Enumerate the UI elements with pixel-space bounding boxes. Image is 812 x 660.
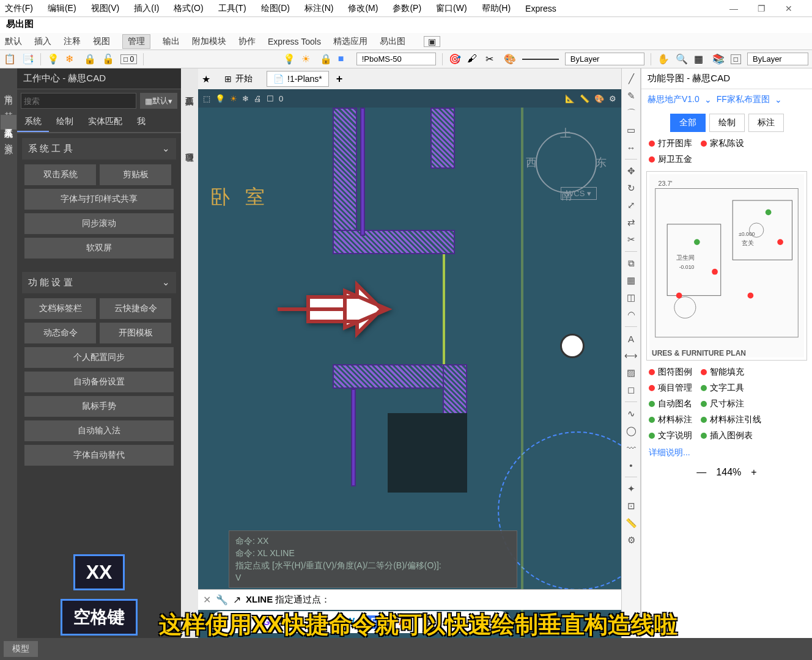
cut-icon[interactable]: ✂ [485,53,498,65]
btn-doc-tab-bar[interactable]: 文档标签栏 [24,298,96,319]
btn-soft-dual[interactable]: 软双屏 [24,238,174,258]
tool-block-icon[interactable]: ◻ [624,383,638,397]
quick-cmd-ip[interactable]: IP [424,617,433,628]
btn-open-template[interactable]: 开图模板 [100,323,171,343]
tool-group-icon[interactable]: ⊡ [624,499,638,513]
tool-mirror-icon[interactable]: ⇄ [624,216,638,229]
cursor-icon[interactable]: ⬚ [203,94,210,103]
doc-tab-start[interactable]: ⊞ 开始 [218,70,259,87]
tool-measure-icon[interactable]: 📏 [624,516,638,530]
bylayer-box[interactable]: □ [731,54,741,64]
btn-cloud-shortcut[interactable]: 云快捷命令 [100,298,171,319]
mid-tab-project[interactable]: 项目管理 [182,137,197,156]
tool-rect-icon[interactable]: ▭ [624,123,638,137]
crumb-project[interactable]: 赫思地产V1.0 [648,94,699,105]
ribbon-tab[interactable]: 注释 [64,36,81,47]
item-furniture[interactable]: 家私陈设 [701,138,744,149]
btn-dblclick-sys[interactable]: 双击系统 [24,164,96,185]
freeze-icon[interactable]: ❄ [242,94,249,103]
ribbon-tab[interactable]: 插入 [34,36,51,47]
unlock-icon[interactable]: 🔓 [102,53,114,65]
quick-cmd-ff[interactable]: FF [366,615,388,629]
minimize-icon[interactable]: — [729,4,738,13]
quick-cmd-dw[interactable]: DW [312,617,328,628]
lp-tab-system[interactable]: 系统 [17,112,49,132]
lp-tab-draw[interactable]: 绘制 [49,112,81,132]
qc-expand-icon[interactable]: ⌃ [495,617,503,628]
item-project-mgmt[interactable]: 项目管理 [649,383,692,394]
brush-icon[interactable]: 🖌 [467,53,479,65]
ribbon-expand-icon[interactable]: ▣ [424,36,440,47]
match-icon[interactable]: 🎯 [449,53,461,65]
btn-mouse-gesture[interactable]: 鼠标手势 [24,396,174,417]
btn-sync-scroll[interactable]: 同步滚动 [24,213,174,234]
crumb-view[interactable]: FF家私布置图 [717,94,770,105]
menu-dim[interactable]: 标注(N) [304,3,333,14]
btn-font-print-share[interactable]: 字体与打印样式共享 [24,189,174,210]
item-text-note[interactable]: 文字说明 [649,430,692,441]
layer-combo[interactable]: !PboMS-50 [356,53,436,65]
bulb-on-icon[interactable]: 💡 [47,53,59,65]
item-smartfill[interactable]: 智能填充 [701,367,744,378]
sun-icon[interactable]: ☀ [301,53,314,65]
tool-pencil-icon[interactable]: ✎ [624,89,638,103]
ribbon-tab[interactable]: Express Tools [268,37,321,46]
quick-cmd-ar[interactable]: AR [399,617,413,628]
section-funcsettings-header[interactable]: 功 能 设 置⌄ [22,272,176,293]
menu-param[interactable]: 参数(P) [393,3,421,14]
ribbon-tab[interactable]: 附加模块 [192,36,226,47]
tool-arc-icon[interactable]: ⌒ [624,106,638,120]
btn-auto-ime[interactable]: 自动输入法 [24,420,174,441]
menu-format[interactable]: 格式(O) [174,3,203,14]
menu-edit[interactable]: 编辑(E) [48,3,76,14]
filter-draw[interactable]: 绘制 [709,114,745,132]
search-input[interactable] [21,93,136,109]
item-dim-label[interactable]: 尺寸标注 [701,398,744,409]
menu-express[interactable]: Express [525,4,556,13]
close-icon[interactable]: ✕ [785,4,792,13]
tool-rotate-icon[interactable]: ↻ [624,182,638,195]
paint-icon[interactable]: 🎨 [504,53,516,65]
plan-preview[interactable]: 23.7' 玄关 卫生间 ±0.000 -0.010 URES & FURNIT… [646,171,807,361]
item-material-label[interactable]: 材料标注 [649,414,692,425]
more-link[interactable]: 详细说明... [641,444,812,462]
default-dropdown[interactable]: ▦ 默认 ▾ [140,93,177,109]
filter-dim[interactable]: 标注 [748,114,784,132]
item-insert-legend[interactable]: 插入图例表 [701,430,753,441]
menu-file[interactable]: 文件(F) [5,3,33,14]
grid-icon[interactable]: ▦ [694,53,706,65]
btn-dynamic-cmd[interactable]: 动态命令 [24,323,96,343]
print-icon[interactable]: 🖨 [254,94,262,103]
tool-ellipse-icon[interactable]: ◯ [624,424,638,438]
command-input[interactable] [335,595,616,605]
status-tab-model[interactable]: 模型 [4,641,38,657]
filter-all[interactable]: 全部 [670,114,706,132]
ribbon-tab[interactable]: 输出 [163,36,180,47]
item-text-tool[interactable]: 文字工具 [701,383,744,394]
freeze-icon[interactable]: ❄ [65,53,78,65]
layers-icon[interactable]: 📑 [22,53,34,65]
qc-menu-icon[interactable]: ❋ [219,617,227,628]
expand-icon[interactable]: ↗ [233,594,241,606]
tool-icon[interactable]: 📏 [580,94,589,103]
item-material-leader[interactable]: 材料标注引线 [701,414,761,425]
zoom-icon[interactable]: 🔍 [676,53,688,65]
side-tab-common[interactable]: 常 用 [1,81,17,98]
lock2-icon[interactable]: 🔒 [320,53,332,65]
tool-trim-icon[interactable]: ✂ [624,233,638,246]
menu-modify[interactable]: 修改(M) [348,3,378,14]
zoom-in-button[interactable]: + [751,467,756,478]
item-open-library[interactable]: 打开图库 [649,138,692,149]
tool-scale-icon[interactable]: ⤢ [624,199,638,212]
ribbon-tab-active[interactable]: 管理 [122,34,150,49]
tool-copy-icon[interactable]: ⧉ [624,257,638,270]
close-cmd-icon[interactable]: ✕ [203,594,211,606]
quick-cmd-pw[interactable]: PW [339,617,355,628]
side-tab-hesi[interactable]: 赫 思 [1,98,17,115]
tool-line-icon[interactable]: ╱ [624,72,638,86]
color-icon[interactable]: ■ [338,53,350,65]
menu-tools[interactable]: 工具(T) [218,3,246,14]
sun-icon[interactable]: ☀ [230,94,237,103]
bulb-icon[interactable]: 💡 [283,53,295,65]
wrench-icon[interactable]: 🔧 [216,594,228,606]
